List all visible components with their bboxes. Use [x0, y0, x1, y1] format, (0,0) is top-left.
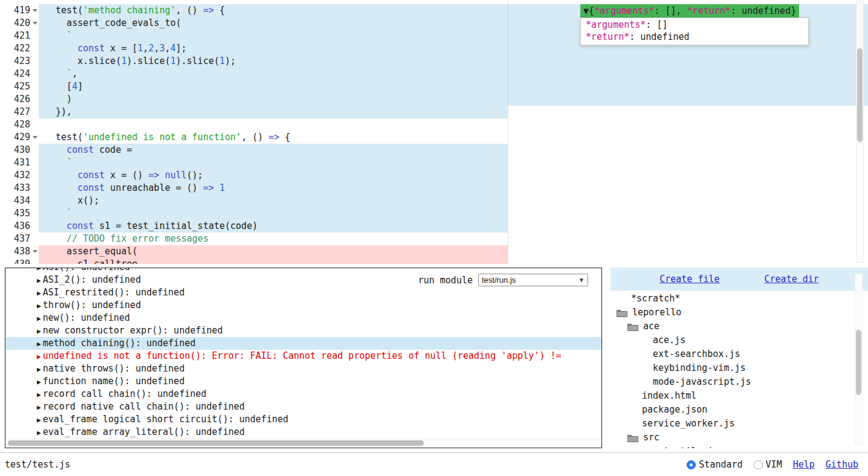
mode-standard-radio[interactable]: Standard	[687, 459, 742, 470]
fold-widget-icon[interactable]	[33, 136, 37, 139]
create-file-link[interactable]: Create file	[659, 274, 719, 285]
expand-triangle-icon[interactable]: ▶	[37, 327, 41, 335]
code-line-text[interactable]: )	[39, 93, 868, 106]
code-line[interactable]: 434 x();	[0, 195, 868, 207]
result-item[interactable]: ▶ASI_restrited(): undefined	[5, 286, 601, 299]
result-item[interactable]: ▶undefined is not a function(): Error: F…	[5, 350, 601, 362]
result-item[interactable]: ▶method chaining(): undefined	[5, 337, 601, 350]
mode-vim-radio[interactable]: VIM	[754, 459, 782, 470]
code-token	[45, 170, 77, 181]
code-line[interactable]: 423 x.slice(1).slice(1).slice(1);	[0, 55, 868, 68]
expand-triangle-icon[interactable]: ▶	[37, 391, 41, 399]
file-entry-label: index.html	[642, 389, 696, 403]
code-line[interactable]: 427 }),	[0, 106, 868, 118]
file-entry-dir[interactable]: leporello	[611, 306, 868, 320]
code-line-text[interactable]	[39, 118, 868, 131]
code-line[interactable]: 426 )	[0, 93, 868, 106]
code-line[interactable]: 438 assert_equal(	[0, 245, 868, 258]
expand-triangle-icon[interactable]: ▶	[37, 378, 41, 386]
expand-triangle-icon[interactable]: ▶	[37, 268, 41, 272]
results-scrollbar-thumb[interactable]	[8, 440, 424, 446]
value-tooltip-row[interactable]: *return*: undefined	[581, 31, 808, 43]
file-entry[interactable]: ext-searchbox.js	[611, 347, 868, 361]
code-line-text[interactable]: const x = () => null();	[39, 169, 868, 182]
help-link[interactable]: Help	[793, 459, 815, 470]
file-entry[interactable]: package.json	[611, 403, 868, 417]
github-link[interactable]: Github	[826, 459, 858, 470]
code-token: `	[66, 208, 72, 219]
expand-triangle-icon[interactable]: ▶	[37, 315, 41, 323]
result-item[interactable]: ▶ASI(): undefined	[5, 268, 601, 274]
file-entry[interactable]: *scratch*	[611, 292, 868, 306]
code-line-text[interactable]: s1.calltree	[39, 258, 868, 264]
code-line[interactable]: 436 const s1 = test_initial_state(code)	[0, 220, 868, 233]
radio-selected-icon[interactable]	[687, 460, 696, 469]
result-item[interactable]: ▶new constructor expr(): undefined	[5, 324, 601, 337]
value-tooltip-header[interactable]: ▼{*arguments*: [], *return*: undefined}	[580, 4, 799, 18]
code-line-text[interactable]: x();	[39, 195, 868, 207]
file-entry-dir[interactable]: ace	[611, 320, 868, 333]
code-line-text[interactable]: // TODO fix error messages	[39, 233, 868, 245]
code-line-text[interactable]: `,	[39, 68, 868, 80]
fold-widget-icon[interactable]	[33, 22, 37, 25]
file-entry[interactable]: keybinding-vim.js	[611, 361, 868, 375]
module-select[interactable]: test/run.js ▼	[478, 274, 588, 286]
code-line-text[interactable]: test('undefined is not a function', () =…	[39, 131, 868, 144]
result-item[interactable]: ▶new(): undefined	[5, 312, 601, 324]
result-item-label: ASI_2(): undefined	[43, 274, 141, 285]
expand-triangle-icon[interactable]: ▶	[37, 416, 41, 424]
file-entry[interactable]: ast_utils.js	[611, 445, 868, 448]
fold-widget-icon[interactable]	[33, 250, 37, 253]
file-entry[interactable]: mode-javascript.js	[611, 375, 868, 389]
code-line-text[interactable]: [4]	[39, 80, 868, 93]
code-token: 2	[149, 43, 154, 54]
code-line[interactable]: 429 test('undefined is not a function', …	[0, 131, 868, 144]
code-line-text[interactable]: }),	[39, 106, 868, 118]
code-line[interactable]: 430 const code =	[0, 144, 868, 156]
code-line-text[interactable]: assert_equal(	[39, 245, 868, 258]
code-line[interactable]: 437 // TODO fix error messages	[0, 233, 868, 245]
expand-triangle-icon[interactable]: ▶	[37, 429, 41, 437]
radio-unselected-icon[interactable]	[754, 460, 763, 469]
fold-widget-icon[interactable]	[33, 9, 37, 12]
code-line[interactable]: 432 const x = () => null();	[0, 169, 868, 182]
code-line-text[interactable]: `	[39, 156, 868, 169]
print-margin-line	[508, 0, 508, 264]
code-line[interactable]: 428	[0, 118, 868, 131]
file-entry[interactable]: service_worker.js	[611, 417, 868, 431]
code-line[interactable]: 435 `	[0, 207, 868, 220]
file-entry[interactable]: ace.js	[611, 333, 868, 347]
code-line-text[interactable]: `	[39, 207, 868, 220]
code-line-text[interactable]: const code =	[39, 144, 868, 156]
create-dir-link[interactable]: Create dir	[765, 274, 819, 285]
code-line[interactable]: 424 `,	[0, 68, 868, 80]
expand-triangle-icon[interactable]: ▶	[37, 353, 41, 361]
expand-triangle-icon[interactable]: ▶	[37, 404, 41, 411]
result-item[interactable]: ▶record call chain(): undefined	[5, 388, 601, 400]
file-entry-dir[interactable]: src	[611, 431, 868, 445]
code-editor[interactable]: 419 test('method chaining', () => {420 a…	[0, 0, 868, 264]
expand-triangle-icon[interactable]: ▶	[37, 365, 41, 373]
code-line[interactable]: 431 `	[0, 156, 868, 169]
value-tooltip-row[interactable]: *arguments*: []	[581, 19, 808, 31]
result-item[interactable]: ▶eval_frame array_literal(): undefined	[5, 426, 601, 439]
result-item[interactable]: ▶record native call chain(): undefined	[5, 400, 601, 413]
expand-triangle-icon[interactable]: ▶	[37, 302, 41, 310]
code-line-text[interactable]: x.slice(1).slice(1).slice(1);	[39, 55, 868, 68]
result-item[interactable]: ▶native throws(): undefined	[5, 362, 601, 375]
editor-scrollbar-thumb[interactable]	[857, 48, 863, 142]
code-line[interactable]: 439 s1.calltree	[0, 258, 868, 264]
result-item[interactable]: ▶eval_frame logical short circuit(): und…	[5, 413, 601, 426]
code-line-text[interactable]: const unreachable = () => 1	[39, 182, 868, 195]
result-item[interactable]: ▶throw(): undefined	[5, 299, 601, 312]
expand-triangle-icon[interactable]: ▶	[37, 289, 41, 297]
expand-triangle-icon[interactable]: ▶	[37, 340, 41, 348]
files-scrollbar-thumb[interactable]	[856, 330, 861, 395]
code-line-text[interactable]: const s1 = test_initial_state(code)	[39, 220, 868, 233]
expand-triangle-icon[interactable]: ▶	[37, 277, 41, 285]
result-item[interactable]: ▶function name(): undefined	[5, 375, 601, 388]
file-entry[interactable]: index.html	[611, 389, 868, 403]
code-line[interactable]: 425 [4]	[0, 80, 868, 93]
code-line[interactable]: 433 const unreachable = () => 1	[0, 182, 868, 195]
code-token: const	[77, 43, 105, 54]
